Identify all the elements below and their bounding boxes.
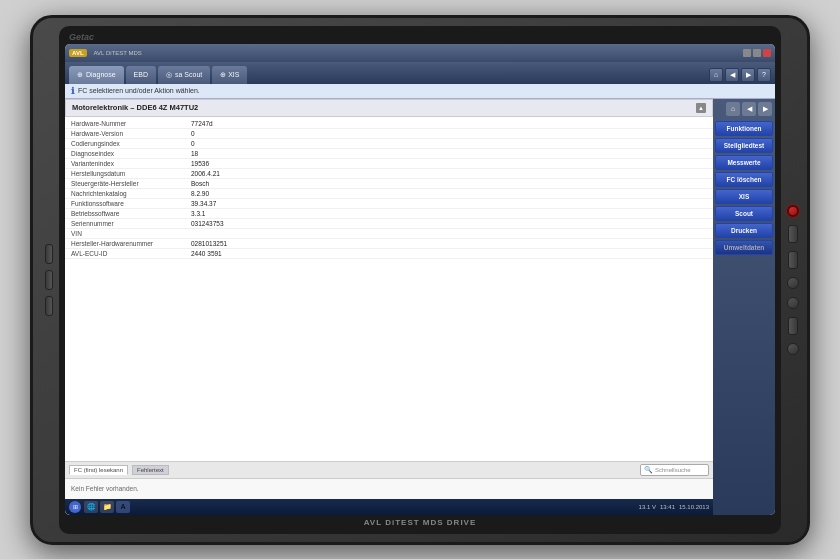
row-value: 3.3.1 [191,210,205,217]
row-value: 77247d [191,120,213,127]
maximize-button[interactable] [753,49,761,57]
table-row: Variantenindex 19536 [65,159,713,169]
tab-ebd[interactable]: EBD [126,66,156,84]
tab-scout[interactable]: ◎ sa Scout [158,66,210,84]
table-row: Herstellungsdatum 2006.4.21 [65,169,713,179]
taskbar-battery: 13.1 V [639,504,656,510]
bottom-label: AVL DiTEST MDS DRIVE [65,515,775,528]
messwerte-button[interactable]: Messwerte [715,155,773,170]
back-icon-button[interactable]: ◀ [725,68,739,82]
error-tab-first[interactable]: FC (first) lesekann [69,465,128,475]
table-row: Hardware-Nummer 77247d [65,119,713,129]
scout-tab-icon: ◎ [166,71,172,79]
table-row: Codierungsindex 0 [65,139,713,149]
window-controls [743,49,771,57]
collapse-button[interactable]: ▲ [696,103,706,113]
table-row: Hersteller-Hardwarenummer 0281013251 [65,239,713,249]
app-titlebar: AVL AVL DiTEST MDS [65,44,775,62]
taskbar-time: 13:41 [660,504,675,510]
row-label: VIN [71,230,191,237]
drucken-button[interactable]: Drucken [715,223,773,238]
fc-loschen-button[interactable]: FC löschen [715,172,773,187]
power-button[interactable] [787,205,799,217]
scout-button[interactable]: Scout [715,206,773,221]
row-label: Nachrichtenkatalog [71,190,191,197]
row-label: Herstellungsdatum [71,170,191,177]
main-content: Motorelektronik – DDE6 4Z M47TU2 ▲ Hardw… [65,99,775,515]
row-value: 39.34.37 [191,200,216,207]
stellgliedtest-button[interactable]: Stellgliedtest [715,138,773,153]
taskbar-app-ie[interactable]: 🌐 [84,501,98,513]
left-button-2[interactable] [45,270,53,290]
info-bar: ℹ FC selektieren und/oder Aktion wählen. [65,84,775,99]
taskbar-app-folder[interactable]: 📁 [100,501,114,513]
row-label: Funktionssoftware [71,200,191,207]
right-button-round-1[interactable] [787,277,799,289]
right-button-round-2[interactable] [787,297,799,309]
search-input[interactable]: Schnellsuche [655,467,705,473]
table-row: Seriennummer 031243753 [65,219,713,229]
home-icon-button[interactable]: ⌂ [709,68,723,82]
table-row: Betriebssoftware 3.3.1 [65,209,713,219]
row-value: 8.2.90 [191,190,209,197]
tab-ebd-label: EBD [134,71,148,78]
info-message: FC selektieren und/oder Aktion wählen. [78,87,200,94]
row-value: 2006.4.21 [191,170,220,177]
taskbar-apps: 🌐 📁 A [84,501,130,513]
sidebar-forward-icon[interactable]: ▶ [758,102,772,116]
search-box[interactable]: 🔍 Schnellsuche [640,464,709,476]
tablet-device: Getac AVL AVL DiTEST MDS ⊕ Diagnose [30,15,810,545]
table-row: Hardware-Version 0 [65,129,713,139]
row-value: 18 [191,150,198,157]
right-button-1[interactable] [788,225,798,243]
row-label: Steuergeräte-Hersteller [71,180,191,187]
error-content: Kein Fehler vorhanden. [65,479,713,499]
right-button-round-3[interactable] [787,343,799,355]
row-label: Variantenindex [71,160,191,167]
row-value: Bosch [191,180,209,187]
table-row: Nachrichtenkatalog 8.2.90 [65,189,713,199]
taskbar-app-avl[interactable]: A [116,501,130,513]
row-label: AVL-ECU-ID [71,250,191,257]
right-sidebar: ⌂ ◀ ▶ Funktionen Stellgliedtest Messwert… [713,99,775,515]
screen-bezel: Getac AVL AVL DiTEST MDS ⊕ Diagnose [59,26,781,534]
row-label: Seriennummer [71,220,191,227]
start-button[interactable]: ⊞ [69,501,81,513]
row-value: 2440 3591 [191,250,222,257]
tab-xis[interactable]: ⊕ XIS [212,66,247,84]
data-panel: Motorelektronik – DDE6 4Z M47TU2 ▲ Hardw… [65,99,713,515]
sidebar-nav-icons: ⌂ ◀ ▶ [715,101,773,117]
module-title: Motorelektronik – DDE6 4Z M47TU2 [72,103,198,112]
row-value: 0281013251 [191,240,227,247]
xis-button[interactable]: XIS [715,189,773,204]
screen: AVL AVL DiTEST MDS ⊕ Diagnose EBD [65,44,775,515]
error-tab-text[interactable]: Fehlertext [132,465,169,475]
error-tab-text-label: Fehlertext [137,467,164,473]
row-label: Betriebssoftware [71,210,191,217]
tablet-left-buttons [45,244,53,316]
tab-diagnose-label: Diagnose [86,71,116,78]
error-header: FC (first) lesekann Fehlertext 🔍 Schnell… [65,462,713,479]
umweltdaten-button[interactable]: Umweltdaten [715,240,773,255]
row-label: Hardware-Version [71,130,191,137]
sidebar-back-icon[interactable]: ◀ [742,102,756,116]
row-value: 19536 [191,160,209,167]
right-button-3[interactable] [788,317,798,335]
sidebar-home-icon[interactable]: ⌂ [726,102,740,116]
no-error-text: Kein Fehler vorhanden. [71,485,139,492]
taskbar: ⊞ 🌐 📁 A 13.1 V 13:41 15.10.2013 [65,499,713,515]
minimize-button[interactable] [743,49,751,57]
close-button[interactable] [763,49,771,57]
funktionen-button[interactable]: Funktionen [715,121,773,136]
table-row: Funktionssoftware 39.34.37 [65,199,713,209]
left-button-3[interactable] [45,296,53,316]
row-value: 0 [191,140,195,147]
tab-diagnose[interactable]: ⊕ Diagnose [69,66,124,84]
diagnose-tab-icon: ⊕ [77,71,83,79]
forward-icon-button[interactable]: ▶ [741,68,755,82]
row-value: 0 [191,130,195,137]
left-button-1[interactable] [45,244,53,264]
right-button-2[interactable] [788,251,798,269]
table-row: Diagnoseindex 18 [65,149,713,159]
help-icon-button[interactable]: ? [757,68,771,82]
